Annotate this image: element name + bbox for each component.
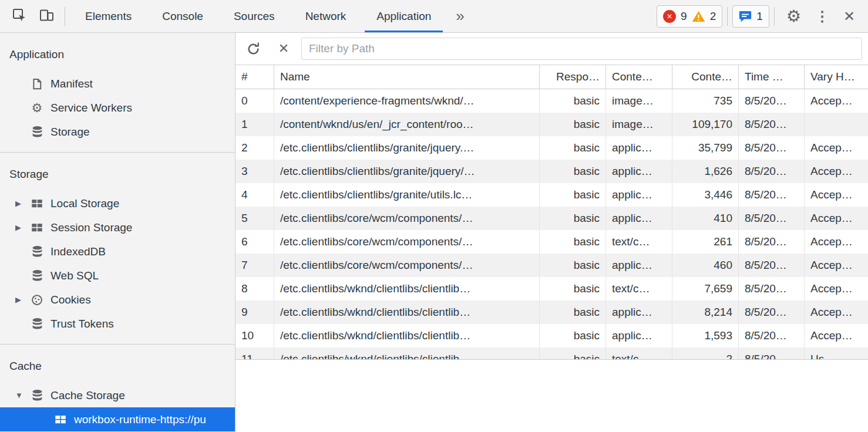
grid-icon [53, 413, 68, 427]
sidebar-item-service-workers[interactable]: ⚙Service Workers [0, 96, 235, 120]
cell: 261 [672, 230, 739, 254]
table-row[interactable]: 0/content/experience-fragments/wknd/…bas… [235, 89, 868, 113]
tab-sources[interactable]: Sources [218, 0, 290, 32]
table-row[interactable]: 2/etc.clientlibs/clientlibs/granite/jque… [235, 136, 868, 160]
cell: 8/5/20… [739, 136, 805, 160]
sidebar-item-label: IndexedDB [51, 245, 106, 258]
table-header-row: #NameRespo…Conte…Conte…Time …Vary H… [235, 65, 868, 89]
column-header-5[interactable]: Time … [739, 65, 805, 89]
cache-entries-table: #NameRespo…Conte…Conte…Time …Vary H… 0/c… [235, 65, 868, 360]
sidebar-item-workbox-runtime-https-pu[interactable]: workbox-runtime-https://pu [0, 407, 235, 431]
issues-bubble-icon [739, 11, 752, 22]
cell: Accep… [805, 89, 868, 113]
cell: Accep… [805, 183, 868, 207]
cell: applic… [606, 301, 672, 324]
error-icon: ✕ [663, 10, 676, 23]
issues-count: 1 [756, 10, 763, 23]
sidebar-item-indexeddb[interactable]: IndexedDB [0, 239, 235, 264]
console-errors-warnings-badge[interactable]: ✕ 9 2 [657, 5, 722, 28]
database-icon [29, 317, 45, 331]
section-title-application: Application [0, 33, 235, 72]
sidebar-item-label: Local Storage [51, 197, 119, 210]
sidebar-section-cache: Cache▼Cache Storageworkbox-runtime-https… [0, 345, 235, 432]
issues-badge[interactable]: 1 [732, 5, 769, 28]
table-row[interactable]: 4/etc.clientlibs/clientlibs/granite/util… [235, 183, 868, 207]
inspect-cursor-icon [12, 8, 27, 25]
expand-arrow-icon[interactable]: ▶ [15, 295, 29, 304]
sidebar-item-session-storage[interactable]: ▶Session Storage [0, 215, 235, 239]
more-tabs-button[interactable]: » [446, 7, 473, 25]
sidebar-section-storage: Storage▶Local Storage▶Session StorageInd… [0, 153, 235, 345]
table-row[interactable]: 7/etc.clientlibs/core/wcm/components/…ba… [235, 254, 868, 277]
table-row[interactable]: 1/content/wknd/us/en/_jcr_content/roo…ba… [235, 113, 868, 136]
cell: basic [540, 89, 606, 113]
filter-input[interactable] [301, 38, 862, 60]
column-header-3[interactable]: Conte… [606, 65, 672, 89]
tab-application[interactable]: Application [361, 0, 446, 32]
collapse-arrow-icon[interactable]: ▼ [15, 391, 29, 400]
cell: 8/5/20… [739, 254, 805, 277]
devtools-body: ApplicationManifest⚙Service WorkersStora… [0, 33, 868, 432]
toolbar-separator [65, 7, 65, 26]
cell: text/c… [606, 347, 672, 359]
column-header-1[interactable]: Name [274, 65, 540, 89]
column-header-2[interactable]: Respo… [540, 65, 606, 89]
sidebar-item-storage[interactable]: Storage [0, 120, 235, 144]
tab-console[interactable]: Console [147, 0, 218, 32]
inspect-element-button[interactable] [6, 3, 33, 30]
toolbar-separator [774, 7, 775, 26]
cell: 8,214 [672, 301, 739, 324]
sidebar-item-label: Service Workers [51, 102, 132, 114]
column-header-6[interactable]: Vary H… [805, 65, 868, 89]
delete-x-icon: ✕ [278, 41, 289, 56]
close-devtools-button[interactable]: ✕ [836, 3, 862, 30]
cell: /content/wknd/us/en/_jcr_content/roo… [274, 113, 540, 136]
table-row[interactable]: 8/etc.clientlibs/wknd/clientlibs/clientl… [235, 277, 868, 301]
sidebar-item-trust-tokens[interactable]: Trust Tokens [0, 312, 235, 336]
table-row[interactable]: 9/etc.clientlibs/wknd/clientlibs/clientl… [235, 301, 868, 324]
sidebar-item-local-storage[interactable]: ▶Local Storage [0, 191, 235, 215]
cell: /etc.clientlibs/clientlibs/granite/jquer… [274, 160, 540, 183]
device-toolbar-button[interactable] [33, 3, 60, 30]
table-row[interactable]: 3/etc.clientlibs/clientlibs/granite/jque… [235, 160, 868, 183]
table-row[interactable]: 6/etc.clientlibs/core/wcm/components/…ba… [235, 230, 868, 254]
gear-icon: ⚙ [29, 101, 45, 115]
cell: 8/5/20… [739, 89, 805, 113]
section-title-storage: Storage [0, 153, 235, 191]
tab-elements[interactable]: Elements [70, 0, 147, 32]
cell: 8/5/20… [739, 113, 805, 136]
tab-network[interactable]: Network [290, 0, 362, 32]
table-row[interactable]: 5/etc.clientlibs/core/wcm/components/…ba… [235, 207, 868, 230]
column-header-0[interactable]: # [235, 65, 274, 89]
expand-arrow-icon[interactable]: ▶ [15, 199, 29, 208]
cell: basic [540, 301, 606, 324]
delete-selected-button[interactable]: ✕ [271, 36, 297, 62]
cell: 8/5/20… [739, 183, 805, 207]
cell: 460 [672, 254, 739, 277]
table-row[interactable]: 10/etc.clientlibs/wknd/clientlibs/client… [235, 324, 868, 347]
cell: basic [540, 113, 606, 136]
cell: applic… [606, 207, 672, 230]
sidebar-item-label: Trust Tokens [51, 318, 114, 330]
cell: 35,799 [672, 136, 739, 160]
cell: /etc.clientlibs/core/wcm/components/… [274, 254, 540, 277]
cell: /content/experience-fragments/wknd/… [274, 89, 540, 113]
sidebar-item-cookies[interactable]: ▶Cookies [0, 288, 235, 312]
cookie-icon [29, 293, 45, 307]
sidebar-item-web-sql[interactable]: Web SQL [0, 264, 235, 288]
cell: Accep… [805, 160, 868, 183]
expand-arrow-icon[interactable]: ▶ [15, 223, 29, 232]
cell: 109,170 [672, 113, 739, 136]
sidebar-item-manifest[interactable]: Manifest [0, 72, 235, 96]
sidebar-item-label: workbox-runtime-https://pu [74, 413, 206, 426]
sidebar-section-application: ApplicationManifest⚙Service WorkersStora… [0, 33, 235, 153]
sidebar-item-cache-storage[interactable]: ▼Cache Storage [0, 383, 235, 407]
refresh-button[interactable] [240, 36, 266, 62]
table-row[interactable]: 11/etc.clientlibs/wknd/clientlibs/client… [235, 347, 868, 359]
file-icon [29, 77, 45, 91]
cell: basic [540, 207, 606, 230]
settings-button[interactable]: ⚙ [779, 3, 808, 30]
cell: 7,659 [672, 277, 739, 301]
column-header-4[interactable]: Conte… [672, 65, 739, 89]
devtools-menu-button[interactable]: ⋮ [808, 3, 836, 30]
